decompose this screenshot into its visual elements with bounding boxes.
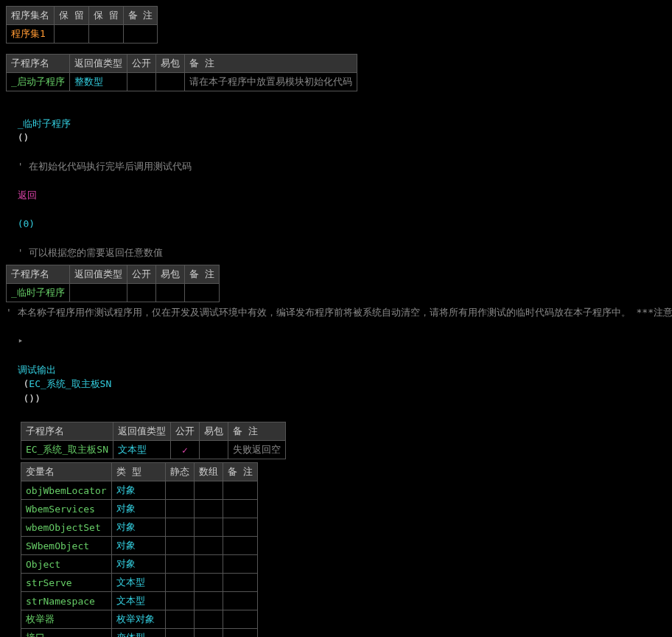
sub-table-2: 子程序名 返回值类型 公开 易包 备 注 _临时子程序	[6, 265, 220, 302]
debug-output-line[interactable]: ‣ 调试输出 (EC_系统_取主板SN ())	[6, 319, 666, 405]
assembly-table: 程序集名 保 留 保 留 备 注 程序集1	[6, 6, 158, 43]
code-line-tempcall[interactable]: _临时子程序 () ' 在初始化代码执行完毕后调用测试代码	[6, 102, 666, 174]
remark-cell[interactable]: 请在本子程序中放置易模块初始化代码	[184, 73, 357, 91]
variables-table: 变量名 类 型 静态 数组 备 注 objWbemLocator对象WbemSe…	[21, 462, 258, 637]
sub-table-main: 子程序名 返回值类型 公开 易包 备 注 EC_系统_取主板SN 文本型 ✓ 失…	[21, 422, 286, 459]
table-row[interactable]: 接口变体型	[21, 629, 258, 638]
table-row[interactable]: strNamespace文本型	[21, 592, 258, 610]
table-row[interactable]: Object对象	[21, 555, 258, 574]
col-reserved1: 保 留	[55, 7, 89, 25]
table-row[interactable]: objWbemLocator对象	[21, 481, 258, 500]
table-row[interactable]: _临时子程序	[7, 283, 220, 302]
table-row[interactable]: EC_系统_取主板SN 文本型 ✓ 失败返回空	[21, 441, 286, 459]
table-row[interactable]: 枚举器枚举对象	[21, 610, 258, 629]
sub-name[interactable]: _启动子程序	[7, 73, 70, 91]
code-line-return[interactable]: 返回 (0) ' 可以根据您的需要返回任意数值	[6, 174, 666, 260]
col-assembly-name: 程序集名	[7, 7, 55, 25]
table-row[interactable]: SWbemObject对象	[21, 537, 258, 555]
table-row[interactable]: WbemServices对象	[21, 500, 258, 518]
table-row[interactable]: _启动子程序 整数型 请在本子程序中放置易模块初始化代码	[7, 73, 357, 91]
assembly-name-cell[interactable]: 程序集1	[7, 25, 55, 43]
col-reserved2: 保 留	[88, 7, 123, 25]
table-row[interactable]: wbemObjectSet对象	[21, 518, 258, 537]
col-remark: 备 注	[123, 7, 158, 25]
long-comment: ' 本名称子程序用作测试程序用，仅在开发及调试环境中有效，编译发布程序前将被系统…	[6, 305, 666, 320]
sub-table-1: 子程序名 返回值类型 公开 易包 备 注 _启动子程序 整数型 请在本子程序中放…	[6, 54, 357, 91]
caret-icon: ‣	[18, 335, 24, 347]
table-row[interactable]: 程序集1	[7, 25, 158, 43]
check-icon[interactable]: ✓	[170, 441, 199, 459]
table-row[interactable]: strServe文本型	[21, 574, 258, 592]
return-type[interactable]: 整数型	[69, 73, 127, 91]
